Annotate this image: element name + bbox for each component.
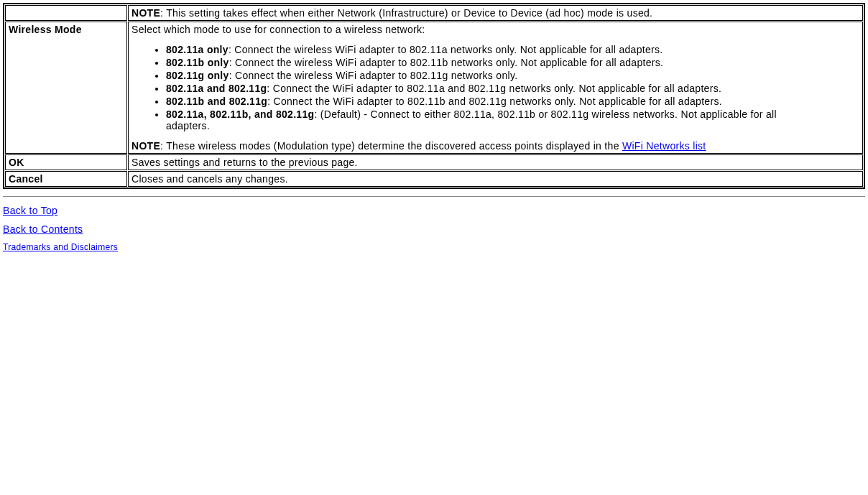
table-row: NOTE: This setting takes effect when eit… xyxy=(5,5,863,21)
table-row: Wireless Mode Select which mode to use f… xyxy=(5,22,863,154)
cancel-description: Closes and cancels any changes. xyxy=(128,171,863,187)
list-item: 802.11b only: Connect the wireless WiFi … xyxy=(166,57,859,68)
settings-table: NOTE: This setting takes effect when eit… xyxy=(3,3,865,189)
list-item: 802.11a, 802.11b, and 802.11g: (Default)… xyxy=(166,108,859,131)
footer-link-row: Back to Top xyxy=(3,205,865,216)
row-label-empty xyxy=(5,5,127,21)
trademarks-link[interactable]: Trademarks and Disclaimers xyxy=(3,242,118,252)
footer-link-row: Back to Contents xyxy=(3,223,865,235)
table-row: OK Saves settings and returns to the pre… xyxy=(5,154,863,170)
list-item: 802.11a and 802.11g: Connect the WiFi ad… xyxy=(166,83,859,94)
wifi-networks-list-link[interactable]: WiFi Networks list xyxy=(622,140,706,152)
ok-description: Saves settings and returns to the previo… xyxy=(128,154,863,170)
note-prefix: NOTE xyxy=(131,7,160,19)
divider xyxy=(3,196,865,198)
list-item: 802.11b and 802.11g: Connect the WiFi ad… xyxy=(166,96,859,107)
list-item: 802.11g only: Connect the wireless WiFi … xyxy=(166,70,859,81)
row-label-ok: OK xyxy=(5,154,127,170)
note-text: : This setting takes effect when either … xyxy=(160,7,652,19)
note-text-part1: : These wireless modes (Modulation type)… xyxy=(160,140,622,152)
row-label-wireless-mode: Wireless Mode xyxy=(5,22,127,154)
note-cell: NOTE: This setting takes effect when eit… xyxy=(128,5,863,21)
list-item: 802.11a only: Connect the wireless WiFi … xyxy=(166,44,859,55)
note-prefix: NOTE xyxy=(131,140,160,152)
row-label-cancel: Cancel xyxy=(5,171,127,187)
back-to-contents-link[interactable]: Back to Contents xyxy=(3,223,83,235)
back-to-top-link[interactable]: Back to Top xyxy=(3,205,57,216)
wireless-intro-text: Select which mode to use for connection … xyxy=(131,24,425,35)
wireless-mode-list: 802.11a only: Connect the wireless WiFi … xyxy=(131,44,859,131)
footer-link-row: Trademarks and Disclaimers xyxy=(3,242,865,252)
table-row: Cancel Closes and cancels any changes. xyxy=(5,171,863,187)
wireless-mode-cell: Select which mode to use for connection … xyxy=(128,22,863,154)
